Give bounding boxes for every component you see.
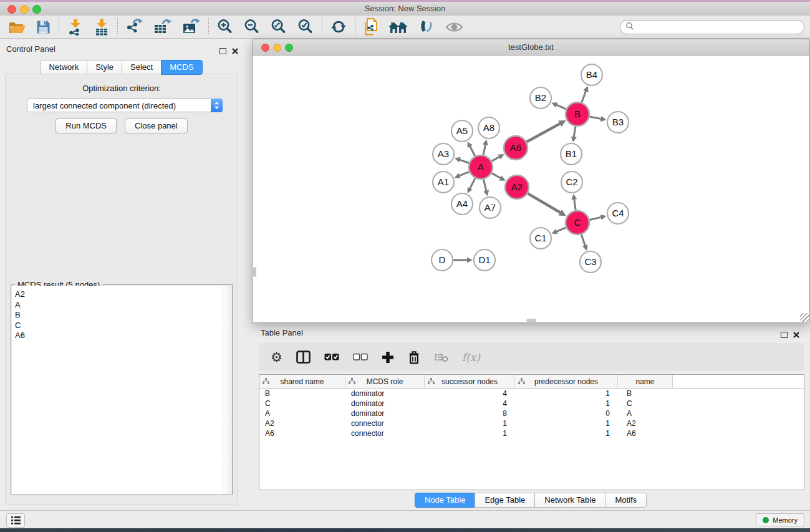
graph-edge-A-A5[interactable]	[468, 142, 475, 156]
search-box[interactable]	[620, 20, 804, 34]
graph-edge-A-A2[interactable]	[492, 173, 506, 181]
close-panel-icon[interactable]	[232, 46, 238, 57]
table-settings-gear-icon[interactable]: ⚙	[271, 351, 282, 364]
network-graph[interactable]: B4B2BB3B1A5A8A6A3AA1C2A2A4A7C4CC1C3DD1	[253, 56, 809, 322]
delete-table-icon[interactable]	[434, 352, 448, 362]
column-header-shared-name[interactable]: shared name	[259, 375, 345, 388]
graph-edge-A-A4[interactable]	[468, 178, 475, 193]
graph-node-A8[interactable]: A8	[478, 117, 499, 138]
run-mcds-button[interactable]: Run MCDS	[55, 118, 117, 133]
zoom-out-icon[interactable]	[244, 19, 260, 35]
graph-node-A4[interactable]: A4	[451, 193, 473, 215]
add-entry-icon[interactable]	[382, 351, 394, 364]
function-builder-icon[interactable]: f(x)	[462, 351, 480, 364]
graph-node-C4[interactable]: C4	[607, 203, 629, 224]
table-tab-edge-table[interactable]: Edge Table	[475, 493, 535, 508]
mcds-result-item[interactable]: C	[15, 321, 223, 331]
graph-edge-A-A6[interactable]	[491, 154, 504, 161]
open-session-icon[interactable]	[9, 20, 26, 34]
mcds-result-item[interactable]: A6	[15, 331, 223, 341]
graph-edge-B-B2[interactable]	[551, 102, 566, 109]
graph-node-D[interactable]: D	[432, 249, 453, 271]
network-horizontal-scrollbar[interactable]	[526, 319, 536, 322]
table-row[interactable]: A6connector11A6	[259, 428, 804, 438]
import-network-icon[interactable]	[67, 19, 83, 36]
mcds-result-item[interactable]: A2	[15, 289, 223, 300]
graph-node-A2[interactable]: A2	[505, 175, 529, 199]
graph-edge-C-C1[interactable]	[551, 228, 566, 234]
table-row[interactable]: Cdominator41C	[259, 399, 804, 409]
column-header-successor-nodes[interactable]: successor nodes	[425, 375, 515, 388]
graph-edge-A-A7[interactable]	[483, 179, 489, 196]
network-canvas[interactable]: B4B2BB3B1A5A8A6A3AA1C2A2A4A7C4CC1C3DD1	[252, 55, 810, 323]
graph-node-C3[interactable]: C3	[580, 251, 601, 273]
graph-node-D1[interactable]: D1	[474, 249, 495, 271]
zoom-in-icon[interactable]	[217, 19, 233, 35]
graph-node-B1[interactable]: B1	[561, 143, 582, 165]
graph-edge-B-B3[interactable]	[590, 116, 607, 122]
graph-edge-C-C2[interactable]	[571, 194, 577, 210]
tab-network[interactable]: Network	[40, 60, 87, 75]
graph-edge-A-A8[interactable]	[483, 140, 488, 155]
graph-edge-C-C3[interactable]	[581, 235, 587, 251]
graph-edge-B-B4[interactable]	[582, 86, 589, 102]
import-table-icon[interactable]	[94, 19, 109, 36]
graph-node-A[interactable]: A	[469, 155, 493, 179]
table-row[interactable]: A2connector11A2	[259, 418, 804, 428]
select-all-icon[interactable]	[324, 353, 339, 361]
tab-mcds[interactable]: MCDS	[161, 60, 202, 75]
float-panel-icon[interactable]	[219, 48, 226, 54]
graph-edge-A6-B[interactable]	[527, 120, 566, 142]
table-row[interactable]: Adominator80A	[259, 409, 804, 418]
table-tab-network-table[interactable]: Network Table	[534, 493, 605, 508]
show-hide-panel-eye-icon[interactable]	[445, 21, 463, 33]
criterion-dropdown[interactable]: largest connected component (directed)	[27, 99, 223, 112]
task-history-button[interactable]	[6, 513, 25, 528]
close-panel-button[interactable]: Close panel	[125, 118, 188, 133]
graph-edge-A-A3[interactable]	[455, 157, 469, 163]
export-table-icon[interactable]	[153, 19, 171, 35]
split-table-icon[interactable]	[296, 351, 311, 364]
column-header-name[interactable]: name	[618, 375, 673, 388]
graph-node-B3[interactable]: B3	[607, 112, 629, 133]
zoom-selected-icon[interactable]	[297, 19, 314, 35]
graph-edge-B-B1[interactable]	[571, 127, 577, 142]
float-table-panel-icon[interactable]	[781, 332, 788, 338]
graph-node-A3[interactable]: A3	[433, 143, 454, 165]
graph-node-B[interactable]: B	[566, 102, 589, 126]
graph-node-B2[interactable]: B2	[530, 87, 551, 109]
tab-select[interactable]: Select	[122, 60, 162, 75]
graph-node-C[interactable]: C	[566, 211, 589, 235]
search-input[interactable]	[637, 22, 804, 32]
graph-node-A6[interactable]: A6	[504, 136, 528, 160]
clone-network-icon[interactable]	[364, 18, 378, 36]
table-tab-motifs[interactable]: Motifs	[605, 493, 647, 508]
zoom-fit-icon[interactable]	[271, 19, 287, 35]
graph-node-C2[interactable]: C2	[561, 172, 582, 193]
mcds-result-item[interactable]: B	[15, 310, 223, 321]
close-table-panel-icon[interactable]	[793, 329, 799, 341]
graph-node-A1[interactable]: A1	[433, 172, 454, 193]
memory-button[interactable]: Memory	[756, 513, 804, 526]
graph-node-A7[interactable]: A7	[480, 197, 501, 218]
delete-entry-trash-icon[interactable]	[408, 351, 420, 364]
home-icon[interactable]	[388, 20, 408, 34]
graph-node-C1[interactable]: C1	[530, 228, 551, 249]
network-vertical-scrollbar[interactable]	[253, 267, 256, 277]
export-image-icon[interactable]	[182, 19, 200, 35]
window-resize-grip[interactable]	[800, 313, 809, 322]
graph-edge-A2-C[interactable]	[528, 193, 566, 216]
column-header-MCDS-role[interactable]: MCDS role	[345, 375, 425, 388]
deselect-all-icon[interactable]	[353, 353, 368, 361]
save-session-icon[interactable]	[36, 20, 51, 34]
mcds-result-item[interactable]: A	[15, 300, 223, 311]
column-header-predecessor-nodes[interactable]: predecessor nodes	[515, 375, 618, 388]
show-graphics-details-icon[interactable]	[418, 19, 435, 34]
graph-edge-D-D1[interactable]	[453, 258, 473, 263]
graph-edge-A-A1[interactable]	[455, 172, 470, 178]
graph-node-A5[interactable]: A5	[451, 120, 473, 142]
mcds-result-scrollbar[interactable]	[223, 286, 231, 494]
table-row[interactable]: Bdominator41B	[259, 389, 804, 399]
graph-edge-C-C4[interactable]	[589, 215, 606, 220]
export-network-icon[interactable]	[126, 19, 143, 35]
